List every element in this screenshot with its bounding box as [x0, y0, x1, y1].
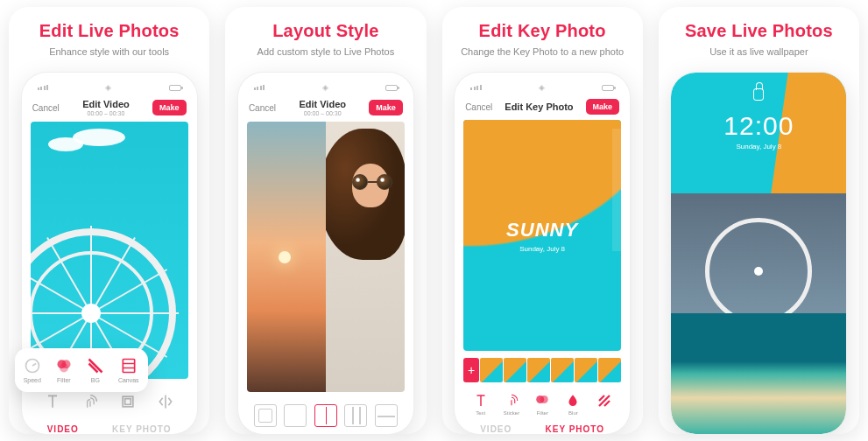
mirror-icon[interactable]: [157, 393, 174, 410]
tool-canvas[interactable]: Canvas: [111, 354, 146, 387]
headline: Layout Style: [272, 21, 378, 41]
preview-canvas[interactable]: SUNNY Sunday, July 8: [463, 120, 621, 351]
signal-icon: [254, 85, 265, 90]
filter-icon: [55, 357, 73, 374]
notch: [79, 73, 140, 85]
make-button[interactable]: Make: [369, 100, 403, 116]
make-button[interactable]: Make: [152, 100, 187, 116]
frame-thumb[interactable]: [527, 358, 550, 382]
tool-filter[interactable]: Filter: [48, 354, 80, 387]
headline: Edit Key Photo: [479, 21, 606, 41]
cancel-button[interactable]: Cancel: [249, 103, 276, 113]
frame-thumb[interactable]: [480, 358, 503, 382]
tool-blur[interactable]: Blur: [565, 393, 581, 416]
tab-video[interactable]: VIDEO: [480, 424, 512, 434]
lock-time: 12:00: [671, 111, 846, 141]
layout-opt-single[interactable]: [284, 404, 307, 427]
headline: Edit Live Photos: [39, 21, 180, 41]
battery-icon: [385, 85, 398, 91]
fingerprint-icon[interactable]: [81, 393, 99, 410]
frame-thumb[interactable]: [598, 358, 621, 382]
cancel-button[interactable]: Cancel: [32, 103, 60, 113]
cancel-button[interactable]: Cancel: [465, 102, 492, 112]
svg-point-10: [540, 396, 548, 403]
text-icon[interactable]: [44, 393, 61, 410]
lock-overlay: 12:00 Sunday, July 8: [671, 88, 846, 150]
layout-opt-2col[interactable]: [314, 404, 337, 427]
promo-panel-save: Save Live Photos Use it as live wallpape…: [659, 7, 859, 434]
layout-opt-3col[interactable]: [344, 404, 367, 427]
layout-opt-2row[interactable]: [375, 404, 398, 427]
hatch-icon: [596, 393, 612, 409]
battery-icon: [602, 85, 614, 91]
keyphoto-toolbar: Text Sticker Filter Blur: [463, 386, 621, 416]
battery-icon: [169, 85, 181, 91]
subheadline: Use it as live wallpaper: [709, 46, 808, 57]
tool-popup: Speed Filter BG Canvas: [15, 348, 148, 392]
subheadline: Add custom style to Live Photos: [258, 46, 395, 57]
drop-icon: [565, 393, 581, 409]
phone-mock: ◈ Cancel Edit Key Photo Make SUNNY Sunda…: [455, 73, 630, 434]
phone-mock: ◈ Cancel Edit Video 00:00 – 00:30 Make: [22, 73, 197, 434]
make-button[interactable]: Make: [586, 99, 620, 115]
text-icon: [473, 393, 489, 409]
frame-thumb[interactable]: [551, 358, 574, 382]
phone-mock: ◈ Cancel Edit Video 00:00 – 00:30 Make: [238, 73, 413, 434]
layout-right: [326, 122, 405, 392]
frame-strip: +: [463, 351, 621, 386]
tool-text[interactable]: Text: [473, 393, 489, 416]
tool-bg[interactable]: BG: [80, 354, 111, 387]
nav-bar: Cancel Edit Video 00:00 – 00:30 Make: [31, 95, 188, 122]
crop-icon[interactable]: [119, 393, 137, 410]
nav-title: Edit Video 00:00 – 00:30: [299, 99, 346, 116]
tab-bar: VIDEO KEY PHOTO: [31, 416, 188, 434]
bg-icon: [87, 357, 104, 374]
svg-rect-4: [123, 360, 134, 373]
overlay-text: SUNNY Sunday, July 8: [506, 219, 578, 253]
tool-filter[interactable]: Filter: [534, 393, 550, 416]
subheadline: Change the Key Photo to a new photo: [461, 46, 624, 57]
tool-more[interactable]: [596, 393, 612, 416]
layout-opt-inset[interactable]: [254, 404, 277, 427]
canvas-icon: [120, 357, 138, 374]
add-frame-button[interactable]: +: [463, 358, 479, 382]
signal-icon: [38, 85, 49, 90]
frame-thumb[interactable]: [575, 358, 597, 382]
nav-bar: Cancel Edit Key Photo Make: [463, 95, 621, 120]
screenshot-grid: Edit Live Photos Enhance style with our …: [0, 0, 868, 441]
notch: [295, 73, 356, 85]
svg-point-3: [60, 364, 68, 373]
frame-thumb[interactable]: [504, 358, 526, 382]
fingerprint-icon: [504, 393, 519, 409]
tab-bar: VIDEO KEY PHOTO: [463, 416, 621, 434]
lock-screen[interactable]: 12:00 Sunday, July 8: [671, 73, 846, 434]
tab-keyphoto[interactable]: KEY PHOTO: [112, 424, 172, 434]
headline: Save Live Photos: [685, 21, 833, 41]
signal-icon: [470, 85, 482, 90]
promo-panel-layout: Layout Style Add custom style to Live Ph…: [225, 7, 426, 434]
phone-mock: 12:00 Sunday, July 8: [671, 73, 846, 434]
tab-keyphoto[interactable]: KEY PHOTO: [545, 424, 604, 434]
preview-canvas[interactable]: [247, 122, 405, 392]
nav-bar: Cancel Edit Video 00:00 – 00:30 Make: [247, 95, 405, 122]
notch: [512, 73, 573, 85]
lock-icon: [753, 88, 764, 101]
tool-speed[interactable]: Speed: [17, 354, 48, 387]
promo-panel-keyphoto: Edit Key Photo Change the Key Photo to a…: [442, 7, 643, 434]
tool-sticker[interactable]: Sticker: [504, 393, 519, 416]
svg-rect-8: [125, 399, 131, 405]
lock-date: Sunday, July 8: [671, 143, 846, 150]
preview-canvas[interactable]: [31, 122, 188, 379]
layout-left: [247, 122, 326, 392]
speed-icon: [24, 357, 41, 374]
nav-title: Edit Video 00:00 – 00:30: [82, 99, 130, 116]
filter-icon: [534, 393, 550, 409]
nav-title: Edit Key Photo: [505, 102, 573, 112]
subheadline: Enhance style with our tools: [49, 46, 169, 57]
layout-options: [247, 392, 405, 434]
tab-video[interactable]: VIDEO: [47, 424, 79, 434]
promo-panel-edit: Edit Live Photos Enhance style with our …: [9, 7, 209, 434]
